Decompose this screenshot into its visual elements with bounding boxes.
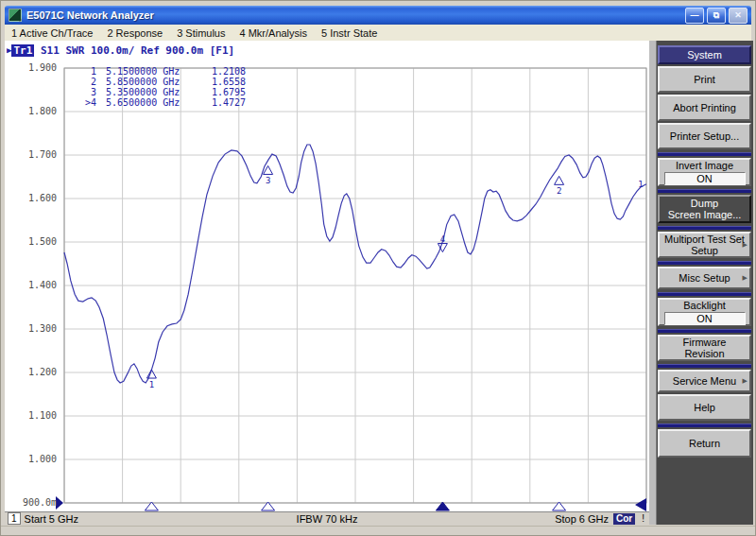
y-axis-label: 1.500 [5, 236, 57, 248]
close-button[interactable]: ✕ [729, 8, 747, 24]
swr-trace [64, 145, 646, 383]
softkey-separator [658, 424, 751, 427]
submenu-arrow-icon: ▶ [743, 239, 747, 251]
marker-1-number: 1 [81, 66, 96, 77]
marker-2-value: 1.6558 [212, 77, 246, 87]
reference-level-icon [56, 496, 63, 510]
active-marker-icon [438, 244, 447, 252]
marker-icon [264, 165, 273, 174]
trace-format-label: S11 SWR 100.0m/ Ref 900.0m [F1] [34, 44, 234, 57]
marker-1-value: 1.2108 [212, 66, 246, 77]
stimulus-marker-icon [553, 502, 566, 510]
active-stimulus-marker-icon [436, 502, 449, 510]
y-axis-label: 900.0m [5, 497, 57, 509]
softkey-multiport-test-set-setup[interactable]: Multiport Test SetSetup ▶ [658, 232, 751, 258]
menu-active-ch-trace[interactable]: 1 Active Ch/Trace [11, 27, 93, 39]
softkey-invert-image[interactable]: Invert Image ON [658, 158, 751, 186]
submenu-arrow-icon: ▶ [743, 375, 747, 387]
softkey-separator [658, 226, 751, 230]
y-axis-label: 1.300 [5, 323, 57, 335]
menu-stimulus[interactable]: 3 Stimulus [177, 27, 225, 39]
restore-button[interactable]: ⧉ [707, 8, 726, 24]
trace-header: ▶Tr1 S11 SWR 100.0m/ Ref 900.0m [F1] [7, 44, 234, 57]
sweep-edge-icon [635, 498, 646, 511]
y-axis-label: 1.600 [5, 193, 57, 204]
submenu-arrow-icon: ▶ [743, 272, 747, 284]
marker-3-number: 3 [81, 87, 96, 97]
softkey-print[interactable]: Print [658, 66, 751, 93]
invert-image-state: ON [664, 172, 746, 185]
y-axis-label: 1.400 [5, 280, 57, 291]
marker-4-number: >4 [81, 97, 96, 108]
marker-number-label: 4 [440, 234, 445, 244]
softkey-system-header: System [658, 45, 751, 64]
y-axis-label: 1.700 [5, 149, 57, 161]
menu-bar: 1 Active Ch/Trace 2 Response 3 Stimulus … [5, 25, 751, 42]
y-axis-label: 1.100 [5, 410, 57, 422]
warning-indicator: ! [640, 513, 646, 524]
y-axis-label: 1.800 [5, 106, 57, 117]
menu-mkr-analysis[interactable]: 4 Mkr/Analysis [239, 27, 307, 39]
y-axis-label: 1.000 [5, 454, 57, 465]
softkey-printer-setup[interactable]: Printer Setup... [658, 123, 751, 149]
stimulus-marker-icon [262, 502, 275, 510]
softkey-separator [658, 189, 751, 193]
softkey-backlight[interactable]: Backlight ON [658, 298, 751, 326]
marker-3-frequency: 5.3500000 GHz [106, 87, 212, 97]
softkey-separator [658, 152, 751, 156]
marker-number-label: 1 [149, 380, 154, 389]
marker-table: 15.1500000 GHz1.2108 25.8500000 GHz1.655… [81, 66, 246, 108]
marker-icon [555, 176, 564, 184]
backlight-state: ON [664, 312, 746, 325]
softkey-misc-setup[interactable]: Misc Setup ▶ [658, 267, 751, 289]
softkey-separator [658, 292, 751, 296]
swr-plot: 11234 [5, 41, 649, 525]
ifbw-label: IFBW 70 kHz [5, 513, 649, 525]
marker-row-4: >45.6500000 GHz1.4727 [81, 97, 246, 108]
marker-number-label: 2 [557, 186, 561, 196]
marker-2-number: 2 [81, 77, 96, 87]
trace-badge[interactable]: Tr1 [11, 44, 34, 57]
app-window: E5071C Network Analyzer — ⧉ ✕ 1 Active C… [0, 0, 756, 536]
softkey-abort-printing[interactable]: Abort Printing [658, 95, 751, 121]
trace-number-label: 1 [638, 180, 643, 189]
marker-row-2: 25.8500000 GHz1.6558 [81, 77, 246, 87]
title-bar: E5071C Network Analyzer — ⧉ ✕ [5, 6, 751, 25]
softkey-firmware-revision[interactable]: FirmwareRevision [658, 335, 751, 361]
marker-4-value: 1.4727 [212, 97, 246, 108]
marker-2-frequency: 5.8500000 GHz [106, 77, 212, 87]
y-axis-label: 1.200 [5, 367, 57, 378]
minimize-button[interactable]: — [685, 8, 704, 24]
marker-row-1: 15.1500000 GHz1.2108 [81, 66, 246, 77]
marker-number-label: 3 [266, 176, 270, 185]
softkey-dump-screen-image[interactable]: DumpScreen Image... [658, 195, 751, 223]
correction-badge: Cor [613, 513, 635, 525]
status-bar: 1 Start 5 GHz IFBW 70 kHz Stop 6 GHz Cor… [5, 511, 649, 525]
app-icon [9, 9, 22, 22]
marker-row-3: 35.3500000 GHz1.6795 [81, 87, 246, 97]
marker-3-value: 1.6795 [212, 87, 246, 97]
marker-icon [146, 370, 156, 378]
softkey-separator [658, 364, 751, 368]
softkey-separator [658, 261, 751, 265]
menu-response[interactable]: 2 Response [107, 27, 163, 39]
softkey-return[interactable]: Return [658, 429, 751, 458]
softkey-service-menu[interactable]: Service Menu ▶ [658, 370, 751, 392]
window-bottom-edge [1, 526, 755, 527]
y-axis-label: 1.900 [5, 62, 57, 74]
softkey-separator [658, 329, 751, 333]
marker-4-frequency: 5.6500000 GHz [106, 97, 212, 108]
menu-instr-state[interactable]: 5 Instr State [321, 27, 377, 39]
stop-frequency-label: Stop 6 GHz [555, 513, 609, 525]
marker-1-frequency: 5.1500000 GHz [106, 66, 212, 77]
window-title: E5071C Network Analyzer [26, 9, 682, 21]
softkey-sidebar: System Print Abort Printing Printer Setu… [649, 41, 753, 525]
softkey-scrollbar[interactable] [649, 41, 657, 525]
stimulus-marker-icon [145, 502, 158, 510]
plot-frame [64, 68, 646, 503]
softkey-help[interactable]: Help [658, 394, 751, 421]
measurement-area: 11234 ▶Tr1 S11 SWR 100.0m/ Ref 900.0m [F… [5, 41, 649, 525]
